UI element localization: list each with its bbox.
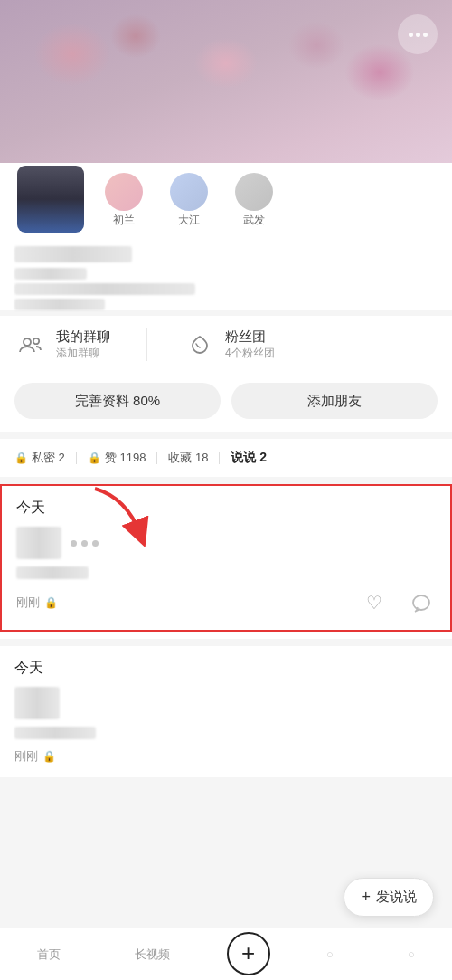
lock-icon-post-2: 🔒 <box>42 750 56 763</box>
fab-plus-icon: + <box>361 888 371 907</box>
post-dots <box>71 540 99 547</box>
post-actions: ♡ <box>360 588 436 617</box>
post-time-text: 刚刚 <box>16 595 40 611</box>
lock-icon-likes: 🔒 <box>88 452 101 464</box>
like-button[interactable]: ♡ <box>360 588 389 617</box>
fans-title: 粉丝团 <box>225 328 275 346</box>
svg-point-1 <box>33 338 39 344</box>
post-content-row-2 <box>14 687 438 719</box>
stat-divider <box>76 452 77 464</box>
stat-private[interactable]: 🔒 私密 2 <box>14 450 65 466</box>
stat-likes[interactable]: 🔒 赞 1198 <box>88 450 146 466</box>
fans-icon <box>184 328 216 361</box>
friend-item[interactable]: 初兰 <box>105 173 143 228</box>
action-row: 我的群聊 添加群聊 粉丝团 4个粉丝团 <box>0 316 452 374</box>
post-meta: 刚刚 🔒 ♡ <box>16 588 436 617</box>
private-count: 私密 2 <box>32 450 65 466</box>
comment-button[interactable] <box>407 588 436 617</box>
post-time-2: 刚刚 🔒 <box>14 748 56 765</box>
user-id-blur <box>14 268 87 280</box>
nav-placeholder2[interactable]: ○ <box>390 947 433 961</box>
fab-label: 发说说 <box>376 889 417 906</box>
post-item-highlighted: 今天 刚刚 🔒 ♡ <box>0 484 452 632</box>
nav-placeholder1[interactable]: ○ <box>308 947 352 961</box>
lock-icon: 🔒 <box>14 452 28 464</box>
name-area <box>14 246 438 310</box>
stat-divider2 <box>156 452 157 464</box>
desc-blur <box>14 283 195 295</box>
post-date: 今天 <box>16 499 436 518</box>
profile-section: 初兰 大江 武发 <box>0 163 452 310</box>
group-chat-icon <box>14 328 47 361</box>
post-time-text-2: 刚刚 <box>14 748 38 765</box>
post-text-blur <box>16 566 89 579</box>
posts-count: 说说 2 <box>231 450 267 466</box>
long-video-label: 长视频 <box>135 947 170 963</box>
dot3 <box>92 540 99 547</box>
post-meta-2: 刚刚 🔒 <box>14 748 438 765</box>
friend-avatar <box>170 173 208 211</box>
group-chat-title: 我的群聊 <box>56 328 110 346</box>
stat-divider3 <box>219 452 220 464</box>
stat-favorites[interactable]: 收藏 18 <box>168 450 208 466</box>
buttons-row: 完善资料 80% 添加朋友 <box>0 374 452 432</box>
fans-sub: 4个粉丝团 <box>225 346 275 361</box>
nav-add-button[interactable]: + <box>227 932 270 975</box>
friend-item[interactable]: 武发 <box>235 173 273 228</box>
group-chat-text: 我的群聊 添加群聊 <box>56 328 110 361</box>
friends-row: 初兰 大江 武发 <box>105 173 273 228</box>
svg-point-3 <box>413 595 429 610</box>
group-chat-action[interactable]: 我的群聊 添加群聊 <box>14 328 110 361</box>
post-item-2: 今天 刚刚 🔒 <box>0 639 452 777</box>
stat-posts[interactable]: 说说 2 <box>231 450 267 466</box>
fans-action[interactable]: 粉丝团 4个粉丝团 <box>184 328 275 361</box>
favorites-count: 收藏 18 <box>168 450 208 466</box>
avatar[interactable] <box>14 163 87 235</box>
action-divider <box>146 328 147 361</box>
add-icon: + <box>241 939 255 967</box>
content-area: 今天 刚刚 🔒 ♡ <box>0 484 452 777</box>
post-text-blur-2 <box>14 727 96 739</box>
group-chat-sub: 添加群聊 <box>56 346 110 361</box>
likes-count: 赞 1198 <box>105 450 146 466</box>
dot1 <box>71 540 77 547</box>
stats-row: 🔒 私密 2 🔒 赞 1198 收藏 18 说说 2 <box>0 439 452 477</box>
svg-point-0 <box>24 338 31 346</box>
post-content-row <box>16 527 436 559</box>
fab-button[interactable]: + 发说说 <box>344 878 434 917</box>
fans-text: 粉丝团 4个粉丝团 <box>225 328 275 361</box>
post-date-2: 今天 <box>14 659 438 678</box>
location-blur <box>14 299 105 310</box>
home-label: 首页 <box>37 947 61 963</box>
complete-profile-button[interactable]: 完善资料 80% <box>14 383 221 419</box>
friend-name: 武发 <box>243 213 265 228</box>
dot2 <box>81 540 88 547</box>
avatar-row: 初兰 大江 武发 <box>14 163 438 235</box>
friend-avatar <box>105 173 143 211</box>
friend-item[interactable]: 大江 <box>170 173 208 228</box>
add-friend-button[interactable]: 添加朋友 <box>231 383 438 419</box>
nav-home[interactable]: 首页 <box>19 947 79 963</box>
bottom-nav: 首页 长视频 + ○ ○ <box>0 928 452 980</box>
friend-name: 初兰 <box>113 213 135 228</box>
post-thumbnail-2 <box>14 687 60 719</box>
username-blur <box>14 246 132 262</box>
friend-avatar <box>235 173 273 211</box>
more-button[interactable] <box>398 14 438 54</box>
nav-long-video[interactable]: 长视频 <box>117 947 188 963</box>
friend-name: 大江 <box>178 213 200 228</box>
post-thumbnail <box>16 527 61 559</box>
post-time: 刚刚 🔒 <box>16 595 58 611</box>
lock-icon-post: 🔒 <box>44 596 58 609</box>
